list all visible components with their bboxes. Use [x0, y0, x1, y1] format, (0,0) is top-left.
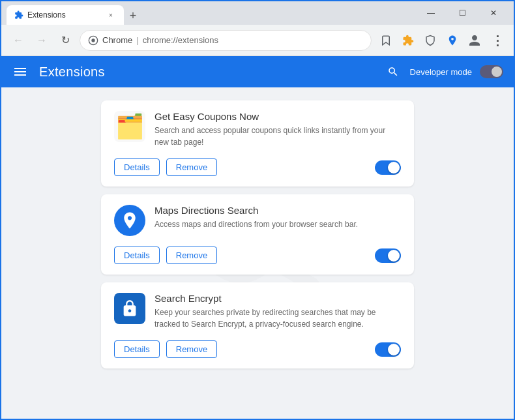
- location-icon[interactable]: [443, 31, 462, 50]
- tab-close-button[interactable]: ×: [106, 10, 116, 20]
- url-separator: |: [136, 35, 138, 45]
- forward-button[interactable]: →: [33, 31, 51, 50]
- minimize-button[interactable]: —: [416, 3, 446, 23]
- toggle-encrypt[interactable]: [375, 342, 401, 357]
- details-button-coupons[interactable]: Details: [114, 158, 160, 176]
- url-path: chrome://extensions: [143, 35, 218, 45]
- profile-icon[interactable]: [465, 31, 484, 50]
- tab-strip: Extensions × +: [7, 1, 413, 25]
- search-icon[interactable]: [384, 63, 402, 81]
- tab-title: Extensions: [27, 10, 66, 20]
- shield-icon[interactable]: [421, 31, 439, 50]
- extension-icon-maps: [114, 205, 145, 236]
- browser-window: Extensions × + — ☐ ✕ ← → ↻ Chrome | chro…: [0, 0, 515, 420]
- puzzle-ext-icon[interactable]: [399, 31, 417, 50]
- extension-card-coupons: 🗂️ Get Easy Coupons Now Search and acces…: [101, 100, 414, 187]
- new-tab-button[interactable]: +: [124, 7, 142, 25]
- url-domain: Chrome: [102, 35, 132, 45]
- hamburger-menu[interactable]: [12, 65, 29, 78]
- extensions-header: Extensions Developer mode: [1, 56, 514, 87]
- bookmark-icon[interactable]: [377, 31, 395, 50]
- extensions-list: 🗂️ Get Easy Coupons Now Search and acces…: [101, 100, 414, 368]
- extension-card-encrypt: Search Encrypt Keep your searches privat…: [101, 282, 414, 368]
- extension-name-encrypt: Search Encrypt: [154, 293, 401, 304]
- extension-desc-maps: Access maps and directions from your bro…: [154, 218, 401, 230]
- extension-icon-coupons: 🗂️: [114, 111, 145, 142]
- url-favicon: [88, 35, 98, 46]
- developer-mode-label: Developer mode: [410, 67, 472, 77]
- page-title: Extensions: [39, 65, 105, 80]
- toggle-coupons[interactable]: [375, 160, 401, 175]
- active-tab[interactable]: Extensions ×: [7, 5, 124, 25]
- extension-desc-coupons: Search and access popular coupons quick …: [154, 125, 401, 148]
- window-controls: — ☐ ✕: [416, 3, 508, 23]
- extension-card-maps: Maps Directions Search Access maps and d…: [101, 194, 414, 275]
- details-button-maps[interactable]: Details: [114, 247, 160, 264]
- refresh-button[interactable]: ↻: [56, 31, 74, 50]
- address-bar: ← → ↻ Chrome | chrome://extensions: [1, 25, 514, 56]
- remove-button-maps[interactable]: Remove: [166, 247, 217, 264]
- toggle-maps[interactable]: [375, 248, 401, 263]
- address-icons: ⋮: [377, 31, 506, 50]
- tab-icon: [14, 10, 23, 20]
- maximize-button[interactable]: ☐: [447, 3, 477, 23]
- back-button[interactable]: ←: [9, 31, 27, 50]
- remove-button-encrypt[interactable]: Remove: [166, 340, 217, 358]
- close-button[interactable]: ✕: [478, 3, 508, 23]
- url-bar[interactable]: Chrome | chrome://extensions: [80, 30, 372, 51]
- extension-icon-encrypt: [114, 293, 145, 324]
- extension-desc-encrypt: Keep your searches private by redirectin…: [154, 307, 401, 330]
- header-right: Developer mode: [384, 63, 503, 81]
- menu-dots-icon[interactable]: ⋮: [488, 31, 506, 50]
- svg-point-1: [91, 38, 95, 42]
- extension-name-maps: Maps Directions Search: [154, 205, 401, 216]
- extension-name-coupons: Get Easy Coupons Now: [154, 111, 401, 122]
- developer-mode-toggle[interactable]: [480, 65, 503, 78]
- title-bar: Extensions × + — ☐ ✕: [1, 1, 514, 25]
- details-button-encrypt[interactable]: Details: [114, 340, 160, 358]
- main-content: 🗂️ Get Easy Coupons Now Search and acces…: [1, 87, 514, 419]
- remove-button-coupons[interactable]: Remove: [166, 158, 217, 176]
